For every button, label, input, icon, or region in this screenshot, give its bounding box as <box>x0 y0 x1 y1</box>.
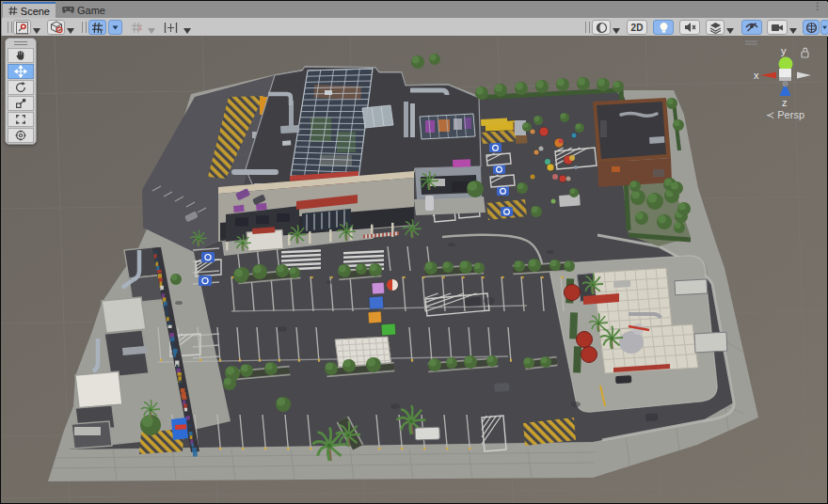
svg-text:x: x <box>754 70 759 81</box>
svg-text:y: y <box>781 45 787 56</box>
svg-text:≺ Persp: ≺ Persp <box>766 109 804 120</box>
svg-text:z: z <box>782 97 788 108</box>
